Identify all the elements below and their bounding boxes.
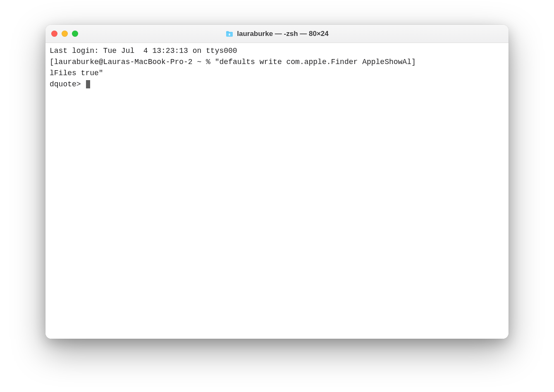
- text-cursor: [86, 80, 90, 88]
- terminal-window: lauraburke — -zsh — 80×24 Last login: Tu…: [45, 25, 509, 339]
- terminal-output[interactable]: Last login: Tue Jul 4 13:23:13 on ttys00…: [45, 43, 509, 339]
- terminal-line-dquote: dquote>: [50, 79, 504, 90]
- window-titlebar[interactable]: lauraburke — -zsh — 80×24: [45, 25, 509, 43]
- zoom-button[interactable]: [72, 31, 78, 37]
- terminal-line-command-wrap: lFiles true": [50, 68, 504, 79]
- dquote-prompt: dquote>: [50, 80, 85, 88]
- home-folder-icon: [225, 31, 234, 37]
- terminal-line-command: [lauraburke@Lauras-MacBook-Pro-2 ~ % "de…: [50, 57, 504, 68]
- close-button[interactable]: [51, 31, 57, 37]
- window-title: lauraburke — -zsh — 80×24: [51, 30, 503, 38]
- traffic-lights: [51, 31, 78, 37]
- command-text-part1: "defaults write com.apple.Finder AppleSh…: [215, 58, 416, 66]
- minimize-button[interactable]: [62, 31, 68, 37]
- terminal-line-login: Last login: Tue Jul 4 13:23:13 on ttys00…: [50, 45, 504, 57]
- shell-prompt: [lauraburke@Lauras-MacBook-Pro-2 ~ %: [50, 58, 215, 66]
- window-title-text: lauraburke — -zsh — 80×24: [237, 30, 329, 38]
